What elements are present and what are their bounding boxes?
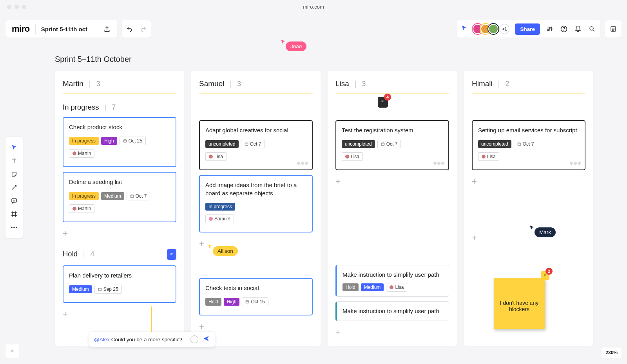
svg-point-2: [551, 29, 552, 30]
assignee-tag: Lisa: [342, 152, 363, 161]
kanban-column-martin[interactable]: Martin | 3 In progress | 7 Check product…: [55, 71, 184, 346]
card-title: Check product stock: [69, 123, 170, 131]
select-tool-icon[interactable]: [5, 141, 23, 154]
collaborators-chip: +1 Share: [457, 20, 600, 38]
card-title: Test the registration system: [342, 126, 443, 134]
kanban-column-samuel[interactable]: Samuel | 3 Adapt global creatives for so…: [191, 71, 321, 346]
card[interactable]: Make instruction to simplify user path: [335, 301, 449, 321]
svg-point-4: [564, 31, 564, 31]
priority-tag: High: [101, 137, 117, 145]
add-card-button[interactable]: +: [472, 231, 585, 245]
column-count: 2: [505, 80, 509, 88]
settings-sliders-icon[interactable]: [545, 25, 554, 33]
card[interactable]: Adapt global creatives for social uncomp…: [199, 120, 313, 170]
more-tools-icon[interactable]: [5, 221, 23, 234]
search-icon[interactable]: [588, 25, 596, 33]
date-tag: Oct 15: [242, 297, 268, 306]
badge-count: 4: [384, 94, 391, 101]
avatar: [488, 24, 498, 34]
address-url: miro.com: [303, 4, 324, 10]
window-titlebar: miro.com: [0, 0, 627, 14]
status-tag: In progress: [69, 192, 99, 200]
help-icon[interactable]: [560, 25, 568, 33]
assignee-tag: Lisa: [205, 152, 227, 161]
comment-tool-icon[interactable]: [5, 194, 23, 207]
status-tag: uncompleted: [205, 140, 239, 148]
svg-rect-13: [98, 288, 101, 291]
fullscreen-dot[interactable]: [22, 5, 26, 9]
comment-thread-line: [151, 306, 152, 334]
add-card-button[interactable]: +: [199, 320, 313, 333]
svg-point-0: [547, 30, 549, 31]
mention: @Alex: [94, 337, 110, 342]
left-toolbar: [5, 137, 23, 238]
section-count: 7: [112, 103, 116, 112]
expand-panel-button[interactable]: [5, 344, 19, 358]
extra-avatars-count[interactable]: +1: [499, 24, 509, 34]
text-tool-icon[interactable]: [5, 154, 23, 168]
frame-tool-icon[interactable]: [5, 207, 23, 221]
svg-rect-16: [381, 143, 384, 146]
sticky-note[interactable]: 2 I don't have any blockers: [494, 278, 545, 329]
connector-tool-icon[interactable]: [5, 181, 23, 194]
column-count: 3: [362, 80, 366, 88]
svg-rect-11: [123, 140, 127, 142]
assignee-tag: Martin: [69, 149, 94, 158]
priority-tag: Medium: [101, 192, 124, 200]
comment-badge-icon[interactable]: 4: [378, 97, 388, 108]
zoom-indicator[interactable]: 230%: [602, 348, 622, 358]
activity-feed-button[interactable]: [605, 20, 622, 38]
sticky-comment-badge[interactable]: 2: [541, 271, 549, 280]
more-icon[interactable]: [297, 162, 308, 165]
add-card-button[interactable]: +: [63, 308, 176, 321]
remote-cursor-joao: Joao: [280, 39, 306, 51]
share-button[interactable]: Share: [515, 23, 540, 35]
comment-bubble-icon[interactable]: [167, 249, 176, 260]
card[interactable]: Setting up email services for subscript …: [472, 120, 585, 170]
card-title: Setting up email services for subscript: [478, 126, 579, 134]
card[interactable]: Define a seeding list In progress Medium…: [63, 172, 176, 222]
add-card-button[interactable]: +: [335, 175, 449, 188]
more-icon[interactable]: [570, 162, 581, 165]
remote-cursor-mark: Mark: [529, 225, 556, 237]
comment-text[interactable]: @Alex Could you be a more specific?: [94, 337, 187, 342]
emoji-picker-icon[interactable]: [190, 335, 198, 343]
column-name: Lisa: [335, 79, 349, 88]
export-icon[interactable]: [103, 25, 111, 33]
date-tag: Oct 7: [377, 140, 401, 148]
sticky-note-tool-icon[interactable]: [5, 168, 23, 181]
svg-rect-14: [245, 143, 248, 146]
svg-point-10: [16, 227, 17, 228]
add-card-button[interactable]: +: [63, 227, 176, 240]
card-title: Define a seeding list: [69, 178, 170, 186]
send-icon[interactable]: [202, 335, 210, 344]
add-card-button[interactable]: +: [335, 326, 449, 339]
avatar-stack[interactable]: +1: [475, 24, 509, 34]
minimize-dot[interactable]: [14, 5, 19, 9]
board-title-chip[interactable]: miro Sprint 5-11th oct: [5, 20, 117, 38]
add-card-button[interactable]: +: [472, 175, 585, 188]
more-icon[interactable]: [433, 162, 444, 165]
card[interactable]: Check texts in social Hold High Oct 15: [199, 278, 313, 315]
undo-icon[interactable]: [126, 25, 134, 33]
assignee-tag: Martin: [69, 204, 94, 213]
close-dot[interactable]: [7, 5, 11, 9]
section-count: 4: [91, 250, 94, 258]
badge-count: 2: [545, 268, 553, 275]
card[interactable]: Test the registration system uncompleted…: [335, 120, 449, 170]
section-name: Hold: [63, 250, 78, 258]
card[interactable]: Add image ideas from the brief to a boar…: [199, 175, 313, 232]
svg-point-8: [11, 227, 13, 228]
notifications-bell-icon[interactable]: [574, 25, 582, 33]
kanban-column-lisa[interactable]: Lisa | 3 4 Test the registration system …: [328, 71, 457, 346]
date-tag: Sep 25: [94, 285, 122, 294]
card[interactable]: Make instruction to simplify user path H…: [335, 265, 449, 296]
card[interactable]: Plan delivery to retailers Medium Sep 25: [63, 265, 176, 303]
redo-icon[interactable]: [139, 25, 147, 33]
remote-cursor-allison: Allison: [207, 244, 238, 256]
card-title: Check texts in social: [205, 284, 306, 292]
priority-tag: High: [224, 298, 240, 306]
cursor-icon[interactable]: [461, 25, 467, 33]
card[interactable]: Check product stock In progress High Oct…: [63, 117, 176, 167]
comment-input[interactable]: @Alex Could you be a more specific?: [89, 332, 215, 347]
